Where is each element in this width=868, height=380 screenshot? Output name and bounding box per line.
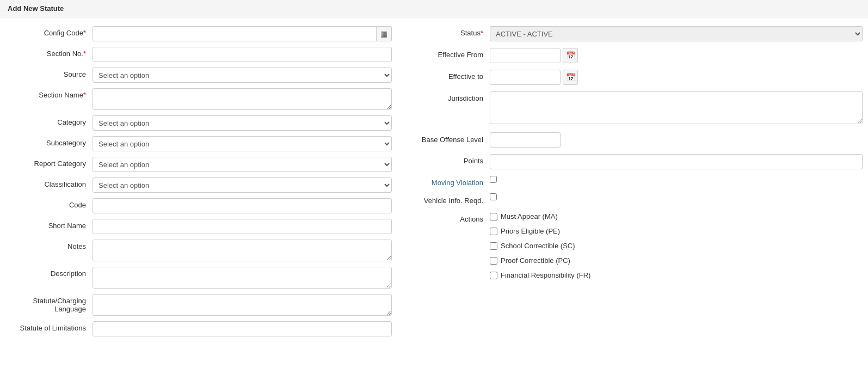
must-appear-checkbox[interactable] [490,213,497,220]
section-name-row: Section Name* [5,88,392,110]
report-category-label: Report Category [5,157,93,168]
actions-row: Actions Must Appear (MA) Priors Eligible… [403,212,863,283]
points-label: Points [403,154,490,165]
points-control [490,154,863,169]
actions-label: Actions [403,212,490,223]
moving-violation-control [490,176,863,185]
description-label: Description [5,267,93,278]
section-no-input[interactable] [93,47,392,62]
status-control: ACTIVE - ACTIVE [490,26,863,41]
statute-charging-label: Statute/Charging Language [5,294,93,313]
action-financial-responsibility: Financial Responsibility (FR) [490,271,863,279]
base-offense-label: Base Offense Level [403,132,490,145]
code-row: Code [5,198,392,213]
category-label: Category [5,115,93,126]
source-select[interactable]: Select an option [93,68,392,83]
status-label: Status* [403,26,490,37]
proof-correctible-label: Proof Correctible (PC) [501,256,570,265]
section-no-label: Section No.* [5,47,93,58]
base-offense-row: Base Offense Level [403,132,863,148]
notes-row: Notes [5,240,392,261]
vehicle-info-row: Vehicle Info. Reqd. [403,193,863,206]
source-row: Source Select an option [5,68,392,83]
action-school-correctible: School Correctible (SC) [490,242,863,250]
short-name-label: Short Name [5,219,93,230]
code-input[interactable] [93,198,392,213]
school-correctible-label: School Correctible (SC) [501,242,575,250]
base-offense-control [490,132,863,148]
config-code-row: Config Code* ▦ [5,26,392,41]
section-name-label: Section Name* [5,88,93,99]
effective-to-row: Effective to 📅 [403,70,863,85]
subcategory-row: Subcategory Select an option [5,136,392,151]
actions-control: Must Appear (MA) Priors Eligible (PE) Sc… [490,212,863,283]
priors-eligible-label: Priors Eligible (PE) [501,227,560,235]
financial-responsibility-label: Financial Responsibility (FR) [501,271,590,279]
effective-to-control: 📅 [490,70,863,85]
vehicle-info-label: Vehicle Info. Reqd. [403,193,490,206]
left-column: Config Code* ▦ Section No.* Source Selec… [5,26,392,342]
classification-select[interactable]: Select an option [93,177,392,193]
subcategory-label: Subcategory [5,136,93,147]
jurisdiction-control [490,91,863,126]
notes-label: Notes [5,240,93,250]
config-code-input-group: ▦ [93,26,392,41]
short-name-input[interactable] [93,219,392,234]
effective-from-label: Effective From [403,48,490,59]
status-row: Status* ACTIVE - ACTIVE [403,26,863,41]
effective-to-calendar-btn[interactable]: 📅 [563,70,578,85]
effective-to-label: Effective to [403,70,490,81]
config-code-input[interactable] [93,26,377,41]
moving-violation-label: Moving Violation [403,176,490,187]
base-offense-input[interactable] [490,132,561,148]
school-correctible-checkbox[interactable] [490,242,497,250]
action-proof-correctible: Proof Correctible (PC) [490,256,863,265]
description-textarea[interactable] [93,267,392,289]
source-label: Source [5,68,93,78]
status-select[interactable]: ACTIVE - ACTIVE [490,26,863,41]
statute-charging-row: Statute/Charging Language [5,294,392,316]
effective-from-control: 📅 [490,48,863,63]
short-name-row: Short Name [5,219,392,234]
vehicle-info-checkbox[interactable] [490,193,497,200]
effective-from-calendar-btn[interactable]: 📅 [563,48,578,63]
statute-limitations-label: Statute of Limitations [5,321,93,332]
vehicle-info-control [490,193,863,202]
points-row: Points [403,154,863,169]
jurisdiction-row: Jurisdiction [403,91,863,126]
report-category-row: Report Category Select an option [5,157,392,172]
section-no-row: Section No.* [5,47,392,62]
category-row: Category Select an option [5,115,392,131]
classification-row: Classification Select an option [5,177,392,193]
moving-violation-row: Moving Violation [403,176,863,187]
section-name-textarea[interactable] [93,88,392,110]
statute-limitations-input[interactable] [93,321,392,336]
description-row: Description [5,267,392,289]
notes-textarea[interactable] [93,240,392,261]
moving-violation-checkbox[interactable] [490,176,497,183]
action-priors-eligible: Priors Eligible (PE) [490,227,863,235]
classification-label: Classification [5,177,93,188]
statute-limitations-row: Statute of Limitations [5,321,392,336]
points-input[interactable] [490,154,863,169]
code-label: Code [5,198,93,209]
config-code-icon-btn[interactable]: ▦ [377,26,392,41]
subcategory-select[interactable]: Select an option [93,136,392,151]
effective-from-input[interactable] [490,48,561,63]
action-must-appear: Must Appear (MA) [490,212,863,220]
proof-correctible-checkbox[interactable] [490,257,497,265]
right-column: Status* ACTIVE - ACTIVE Effective From 📅… [403,26,863,342]
effective-from-row: Effective From 📅 [403,48,863,63]
must-appear-label: Must Appear (MA) [501,212,558,220]
config-code-label: Config Code* [5,26,93,37]
priors-eligible-checkbox[interactable] [490,228,497,235]
financial-responsibility-checkbox[interactable] [490,272,497,279]
statute-charging-textarea[interactable] [93,294,392,316]
report-category-select[interactable]: Select an option [93,157,392,172]
effective-to-input[interactable] [490,70,561,85]
jurisdiction-label: Jurisdiction [403,91,490,102]
jurisdiction-textarea[interactable] [490,91,863,124]
page-title: Add New Statute [0,0,868,17]
category-select[interactable]: Select an option [93,115,392,131]
